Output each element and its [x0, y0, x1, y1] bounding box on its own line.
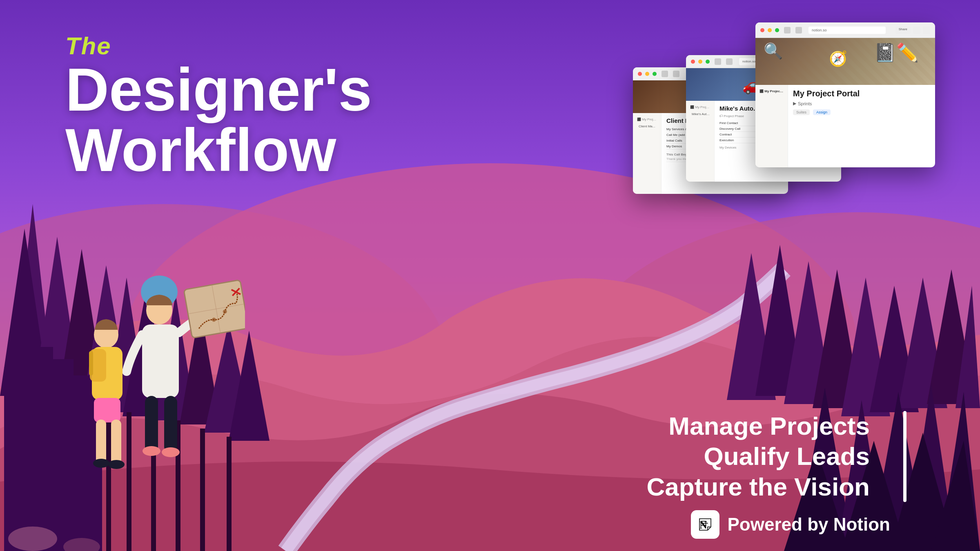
svg-rect-63	[89, 351, 93, 375]
title-line1: Designer's	[65, 60, 372, 120]
window-1-sidebar: ⬛ My Project Portal Client Ma...	[633, 113, 662, 194]
sprints-label: Sprints	[798, 101, 812, 106]
maximize-dot-2	[706, 60, 710, 64]
assign-tag: Assign	[813, 109, 831, 115]
svg-point-67	[93, 459, 109, 468]
browser-chrome-3: notion.so Share	[755, 22, 935, 38]
sidebar-item-1[interactable]: ⬛ My Project Portal	[635, 116, 659, 122]
notion-logo: N	[691, 510, 719, 539]
svg-point-51	[143, 446, 160, 456]
sidebar-item-2-1[interactable]: ⬛ My Project Portal	[688, 104, 712, 110]
window-2-item-1: First Contact	[719, 120, 759, 126]
sidebar-3-1[interactable]: ⬛ My Project Portal	[758, 88, 785, 94]
settings-icon[interactable]	[913, 27, 920, 34]
window-3-sprints: ▶ Sprints	[793, 101, 860, 106]
nav-back-3[interactable]	[784, 27, 791, 33]
window-2-phase: 🏷 Project Phase	[719, 114, 759, 118]
window-2-title: Mike's Auto...	[719, 105, 759, 112]
browser-window-3[interactable]: notion.so Share 🔍 🧭 📓✏️ ⬛ My Project Por…	[755, 22, 935, 167]
svg-point-68	[108, 460, 125, 469]
powered-by-text: Powered by Notion	[728, 514, 890, 535]
svg-text:N: N	[699, 519, 707, 531]
notion-badge: N Powered by Notion	[691, 510, 890, 539]
svg-rect-64	[94, 398, 120, 422]
suites-tag: Suites	[793, 109, 810, 115]
journal-icon: 📓✏️	[874, 42, 919, 63]
maximize-dot	[653, 72, 657, 76]
title-block: The Designer's Workflow	[65, 33, 372, 180]
window-3-subitems: Suites Assign	[793, 109, 860, 115]
nav-forward-3[interactable]	[795, 27, 802, 33]
svg-rect-65	[96, 420, 106, 464]
tagline-block: Manage Projects Qualify Leads Capture th…	[646, 411, 890, 502]
nav-back[interactable]	[662, 71, 668, 77]
window-2-sidebar: ⬛ My Project Portal Mike's Auto...	[686, 101, 715, 182]
close-dot-2	[691, 60, 695, 64]
title-line2: Workflow	[65, 120, 372, 180]
share-button[interactable]: Share	[895, 27, 911, 34]
sidebar-item-2-2[interactable]: Mike's Auto...	[688, 111, 712, 117]
close-dot	[638, 72, 642, 76]
window-3-main: My Project Portal ▶ Sprints Suites Assig…	[788, 85, 864, 167]
svg-rect-50	[164, 396, 177, 453]
sidebar-item-2[interactable]: Client Ma...	[635, 123, 659, 129]
url-text-2: notion.so	[742, 60, 755, 63]
browser-windows-group: notion.so 🤝🔧 ⬛ My Project Portal Client …	[633, 22, 935, 194]
tagline-3: Capture the Vision	[646, 472, 870, 502]
nav-forward[interactable]	[673, 71, 679, 77]
svg-point-52	[162, 447, 180, 457]
window-2-item-3: Contract	[719, 132, 759, 138]
window-2-item-4: Execution	[719, 138, 759, 143]
vertical-accent-bar	[903, 411, 906, 502]
magnifier-icon: 🔍	[764, 42, 783, 60]
close-dot-3	[760, 28, 764, 32]
minimize-dot-2	[698, 60, 702, 64]
svg-rect-66	[111, 420, 121, 464]
url-bar-3[interactable]: notion.so	[808, 27, 886, 34]
window-3-sidebar: ⬛ My Project Portal	[755, 85, 788, 167]
nav-forward-2[interactable]	[726, 58, 733, 65]
svg-rect-47	[142, 324, 179, 398]
compass-icon: 🧭	[829, 50, 847, 67]
minimize-dot-3	[768, 28, 772, 32]
url-text-3: notion.so	[812, 28, 827, 32]
svg-point-42	[8, 527, 57, 551]
window-3-actions: Share	[895, 27, 930, 34]
window-2-item-2: Discovery Call	[719, 126, 759, 132]
minimize-dot	[645, 72, 649, 76]
tagline-1: Manage Projects	[646, 411, 870, 441]
svg-rect-49	[145, 396, 158, 453]
window-3-header: 🔍 🧭 📓✏️	[755, 38, 935, 85]
maximize-dot-3	[775, 28, 779, 32]
sprints-icon: ▶	[793, 101, 796, 106]
nav-back-2[interactable]	[715, 58, 721, 65]
svg-rect-53	[184, 280, 245, 338]
star-icon[interactable]	[923, 27, 930, 34]
tagline-2: Qualify Leads	[646, 441, 870, 471]
window-3-title: My Project Portal	[793, 89, 860, 98]
window-3-content: ⬛ My Project Portal My Project Portal ▶ …	[755, 85, 935, 167]
characters-svg	[41, 224, 245, 510]
window-2-phase2: My Devices	[719, 146, 759, 149]
